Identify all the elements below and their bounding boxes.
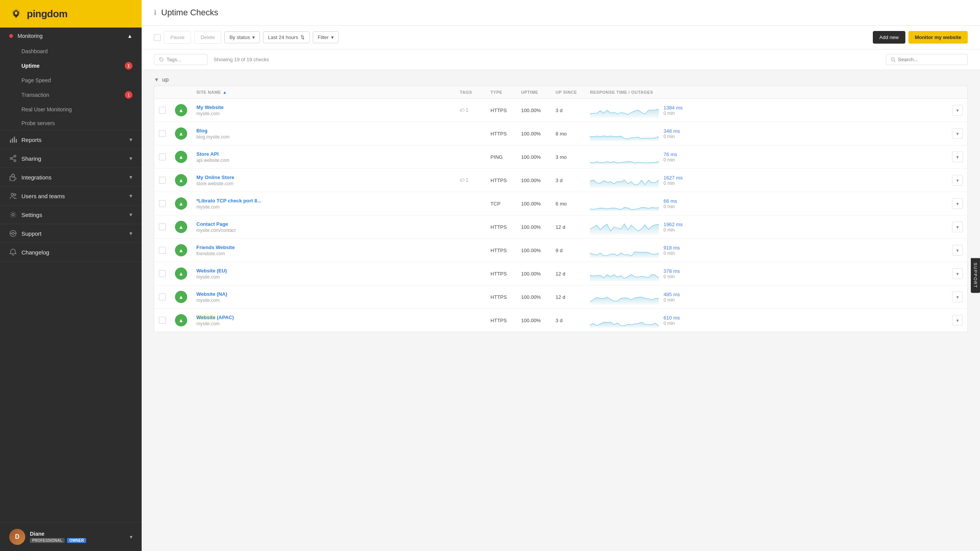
row-checkbox[interactable] (159, 200, 166, 207)
table-row: ▲ Website (EU) mysite.com HTTPS 100.00% … (154, 262, 968, 285)
sidebar-item-dashboard[interactable]: Dashboard (0, 44, 142, 58)
rum-label: Real User Monitoring (21, 106, 72, 112)
avatar: D (9, 529, 25, 545)
check-up-since: 12 d (551, 215, 585, 239)
site-name[interactable]: Store API (196, 151, 219, 157)
row-checkbox[interactable] (159, 153, 166, 160)
row-checkbox[interactable] (159, 247, 166, 254)
sparkline (590, 289, 659, 305)
check-uptime: 100.00% (516, 262, 551, 285)
support-side-tab[interactable]: SUPPORT (971, 258, 980, 293)
row-expand-button[interactable]: ▾ (952, 105, 963, 116)
svg-rect-2 (14, 137, 15, 143)
changelog-header[interactable]: Changelog (0, 243, 142, 261)
logo-area[interactable]: pingdom (0, 0, 142, 28)
site-name[interactable]: Blog (196, 128, 207, 134)
row-expand-button[interactable]: ▾ (952, 198, 963, 209)
site-name[interactable]: My Website (196, 104, 224, 110)
pause-button[interactable]: Pause (164, 31, 191, 44)
site-name[interactable]: My Online Store (196, 174, 234, 180)
group-chevron[interactable]: ▼ (154, 77, 159, 83)
row-expand-button[interactable]: ▾ (952, 175, 963, 186)
row-expand-button[interactable]: ▾ (952, 128, 963, 139)
row-checkbox[interactable] (159, 130, 166, 137)
settings-header[interactable]: Settings ▾ (0, 205, 142, 224)
sharing-header[interactable]: Sharing ▾ (0, 149, 142, 168)
check-up-since: 12 d (551, 262, 585, 285)
reports-header[interactable]: Reports ▾ (0, 130, 142, 149)
main-content: ℹ Uptime Checks Pause Delete By status ▾… (142, 0, 980, 551)
checks-table: SITE NAME ▲ TAGS TYPE UPTIME UP SINCE RE… (154, 86, 968, 332)
check-uptime: 100.00% (516, 122, 551, 145)
site-name[interactable]: *Librato TCP check port 8... (196, 198, 261, 204)
search-input[interactable] (898, 57, 963, 62)
uptime-label: Uptime (21, 63, 39, 69)
sidebar-item-page-speed[interactable]: Page Speed (0, 73, 142, 87)
tags-input[interactable]: Tags... (154, 54, 207, 65)
site-name[interactable]: Website (NA) (196, 291, 227, 297)
row-checkbox[interactable] (159, 107, 166, 114)
th-site-name[interactable]: SITE NAME ▲ (192, 86, 455, 99)
site-url: mysite.com (196, 111, 451, 116)
user-info: Diane PROFESSIONAL OWNER (30, 531, 125, 543)
search-box[interactable] (886, 54, 968, 65)
sidebar-item-uptime[interactable]: Uptime 1 (0, 58, 142, 73)
add-new-button[interactable]: Add new (873, 31, 905, 44)
users-teams-label: Users and teams (21, 193, 65, 199)
site-name[interactable]: Website (APAC) (196, 315, 234, 320)
outage-val: 0 min (663, 227, 683, 233)
sidebar-item-rum[interactable]: Real User Monitoring (0, 103, 142, 116)
puzzle-icon (9, 173, 17, 181)
response-ms: 348 ms (663, 128, 680, 134)
check-uptime: 100.00% (516, 285, 551, 309)
response-ms: 76 ms (663, 152, 677, 157)
last-24h-arrows: ⇅ (301, 34, 305, 40)
row-checkbox[interactable] (159, 293, 166, 300)
site-name[interactable]: Friends Website (196, 245, 235, 250)
th-actions (947, 86, 968, 99)
row-checkbox[interactable] (159, 223, 166, 230)
svg-point-5 (10, 158, 12, 160)
row-expand-button[interactable]: ▾ (952, 315, 963, 326)
by-status-select[interactable]: By status ▾ (224, 31, 260, 43)
row-expand-button[interactable]: ▾ (952, 222, 963, 232)
status-up-icon: ▲ (175, 221, 187, 233)
user-footer[interactable]: D Diane PROFESSIONAL OWNER ▾ (0, 522, 142, 551)
settings-chevron: ▾ (129, 211, 132, 218)
th-status (170, 86, 192, 99)
monitoring-header[interactable]: Monitoring ▲ (0, 28, 142, 44)
integrations-header[interactable]: Integrations ▾ (0, 168, 142, 186)
select-all-checkbox[interactable] (154, 34, 161, 41)
group-header-up: ▼ up (154, 70, 968, 86)
status-up-icon: ▲ (175, 314, 187, 326)
row-expand-button[interactable]: ▾ (952, 245, 963, 256)
row-expand-button[interactable]: ▾ (952, 292, 963, 302)
row-checkbox[interactable] (159, 317, 166, 324)
transaction-label: Transaction (21, 92, 49, 98)
table-row: ▲ *Librato TCP check port 8... mysite.co… (154, 192, 968, 215)
last-24h-select[interactable]: Last 24 hours ⇅ (263, 31, 310, 43)
site-url: api.website.com (196, 158, 451, 163)
dashboard-label: Dashboard (21, 48, 48, 54)
row-expand-button[interactable]: ▾ (952, 152, 963, 162)
users-teams-header[interactable]: Users and teams ▾ (0, 187, 142, 205)
site-name[interactable]: Website (EU) (196, 268, 227, 274)
filter-select[interactable]: Filter ▾ (313, 31, 339, 43)
monitor-my-website-button[interactable]: Monitor my website (908, 31, 968, 44)
row-checkbox[interactable] (159, 177, 166, 184)
search-icon (891, 57, 896, 62)
check-type: PING (486, 145, 516, 169)
support-header[interactable]: Support ▾ (0, 224, 142, 243)
response-ms: 66 ms (663, 198, 677, 204)
delete-button[interactable]: Delete (194, 31, 222, 44)
probe-servers-label: Probe servers (21, 120, 55, 126)
row-expand-button[interactable]: ▾ (952, 268, 963, 279)
row-checkbox[interactable] (159, 270, 166, 277)
check-uptime: 100.00% (516, 309, 551, 332)
sidebar-item-transaction[interactable]: Transaction 1 (0, 87, 142, 103)
response-cell: 1627 ms 0 min (590, 173, 943, 188)
support-icon (9, 230, 17, 237)
sidebar-item-probe-servers[interactable]: Probe servers (0, 116, 142, 130)
settings-section: Settings ▾ (0, 205, 142, 224)
site-name[interactable]: Contact Page (196, 221, 228, 227)
